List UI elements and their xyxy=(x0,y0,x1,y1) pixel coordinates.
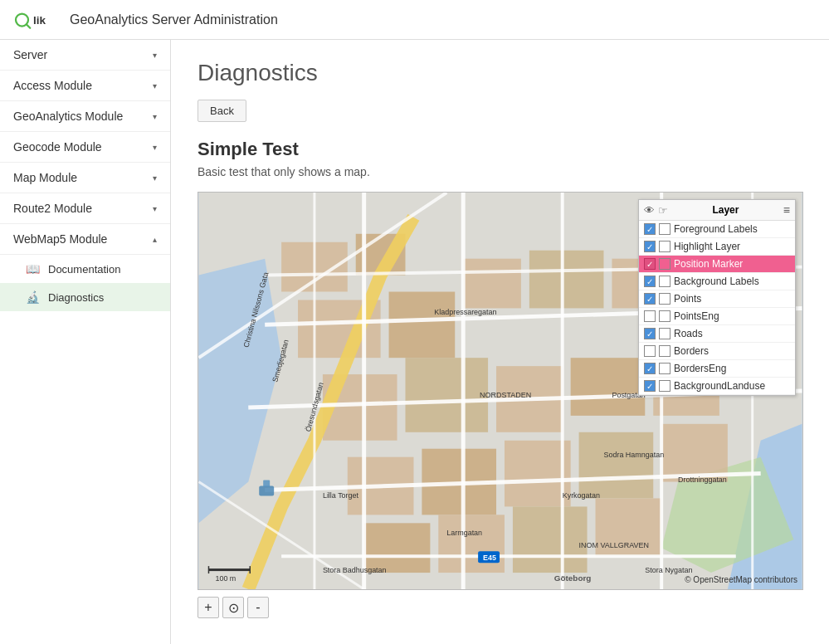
svg-rect-12 xyxy=(463,259,521,309)
header: lik GeoAnalytics Server Administration xyxy=(0,0,829,40)
sidebar-item-map-label: Map Module xyxy=(13,171,77,184)
layer-checkbox-roads[interactable] xyxy=(644,328,656,339)
layer-square-borders xyxy=(659,345,671,357)
sidebar-sub-item-documentation[interactable]: 📖 Documentation xyxy=(0,255,170,283)
main-content: Diagnostics Back Simple Test Basic test … xyxy=(171,40,829,644)
map-container[interactable]: Christina Nilssons Gata Smedjegatan Öres… xyxy=(197,192,803,590)
svg-text:Sodra Hamngatan: Sodra Hamngatan xyxy=(603,451,664,459)
pointer-icon: ☞ xyxy=(658,204,668,217)
app-logo: lik GeoAnalytics Server Administration xyxy=(13,8,278,32)
layer-panel-title: Layer xyxy=(668,204,783,216)
location-icon: ⊙ xyxy=(228,600,239,616)
sidebar-item-access-module-label: Access Module xyxy=(13,79,92,92)
sidebar-item-webmap5-label: WebMap5 Module xyxy=(13,232,107,246)
svg-rect-17 xyxy=(405,358,488,432)
layer-name-borders-eng: BordersEng xyxy=(674,363,790,374)
location-button[interactable]: ⊙ xyxy=(222,597,244,618)
sidebar-item-geoanalytics-module[interactable]: GeoAnalytics Module ▾ xyxy=(0,101,170,132)
sidebar-sub-item-diagnostics[interactable]: 🔬 Diagnostics xyxy=(0,283,170,311)
page-title: Diagnostics xyxy=(197,60,802,86)
svg-rect-68 xyxy=(263,481,270,487)
layer-name-points: Points xyxy=(674,293,790,305)
svg-rect-29 xyxy=(513,506,588,573)
svg-text:Kyrkogatan: Kyrkogatan xyxy=(563,491,600,500)
layer-checkbox-points[interactable] xyxy=(644,293,656,305)
layer-checkbox-background-landuse[interactable] xyxy=(644,380,656,392)
chevron-down-icon: ▾ xyxy=(153,173,157,183)
sidebar-item-route2-module[interactable]: Route2 Module ▾ xyxy=(0,193,170,224)
svg-text:INOM VALLGRAVEN: INOM VALLGRAVEN xyxy=(579,541,649,549)
chevron-up-icon: ▴ xyxy=(153,235,157,244)
layer-row-roads[interactable]: Roads xyxy=(639,325,795,343)
app-title: GeoAnalytics Server Administration xyxy=(70,12,278,27)
svg-line-1 xyxy=(27,24,31,28)
svg-rect-25 xyxy=(579,432,654,499)
sidebar-item-server-label: Server xyxy=(13,48,47,61)
sidebar: Server ▾ Access Module ▾ GeoAnalytics Mo… xyxy=(0,40,171,644)
chevron-down-icon: ▾ xyxy=(153,51,157,60)
sidebar-item-webmap5-module[interactable]: WebMap5 Module ▴ xyxy=(0,224,170,255)
svg-text:Larmgatan: Larmgatan xyxy=(446,529,482,537)
svg-text:Lilla Torget: Lilla Torget xyxy=(323,491,359,500)
layer-row-borders[interactable]: Borders xyxy=(639,343,795,360)
layer-checkbox-highlight-layer[interactable] xyxy=(644,241,656,252)
map-controls: + ⊙ - xyxy=(197,597,802,618)
main-layout: Server ▾ Access Module ▾ GeoAnalytics Mo… xyxy=(0,40,829,644)
svg-text:Drottninggatan: Drottninggatan xyxy=(678,476,727,484)
layer-row-points[interactable]: Points xyxy=(639,290,795,308)
map-attribution: © OpenStreetMap contributors xyxy=(685,575,797,584)
sidebar-sub-documentation-label: Documentation xyxy=(48,263,120,276)
sidebar-item-map-module[interactable]: Map Module ▾ xyxy=(0,163,170,193)
layer-row-foreground-labels[interactable]: Foreground Labels xyxy=(639,221,795,238)
layer-panel-header-icons: 👁 ☞ xyxy=(644,204,668,217)
flask-icon: 🔬 xyxy=(25,290,40,305)
sidebar-item-geocode-module[interactable]: Geocode Module ▾ xyxy=(0,132,170,163)
layer-name-foreground-labels: Foreground Labels xyxy=(674,223,790,235)
layer-checkbox-background-labels[interactable] xyxy=(644,276,656,287)
zoom-in-button[interactable]: + xyxy=(197,597,219,618)
sidebar-item-access-module[interactable]: Access Module ▾ xyxy=(0,71,170,101)
sidebar-item-geoanalytics-label: GeoAnalytics Module xyxy=(13,110,123,123)
sidebar-item-server[interactable]: Server ▾ xyxy=(0,40,170,71)
layer-panel-menu-icon[interactable]: ≡ xyxy=(783,203,790,217)
chevron-down-icon: ▾ xyxy=(153,143,157,152)
chevron-down-icon: ▾ xyxy=(153,81,157,90)
layer-square-borders-eng xyxy=(659,363,671,374)
svg-rect-13 xyxy=(529,251,604,309)
chevron-down-icon: ▾ xyxy=(153,112,157,121)
back-button[interactable]: Back xyxy=(197,100,246,122)
zoom-out-button[interactable]: - xyxy=(247,597,269,618)
layer-checkbox-foreground-labels[interactable] xyxy=(644,223,656,235)
eye-icon: 👁 xyxy=(644,204,655,217)
layer-row-background-labels[interactable]: Background Labels xyxy=(639,273,795,290)
layer-checkbox-borders-eng[interactable] xyxy=(644,363,656,374)
layer-checkbox-points-eng[interactable] xyxy=(644,310,656,322)
layer-square-points-eng xyxy=(659,310,671,322)
sidebar-sub-diagnostics-label: Diagnostics xyxy=(48,291,104,304)
layer-square-roads xyxy=(659,328,671,339)
layer-row-highlight-layer[interactable]: Highlight Layer xyxy=(639,238,795,256)
svg-rect-19 xyxy=(571,358,646,416)
svg-rect-28 xyxy=(438,515,505,573)
layer-name-background-labels: Background Labels xyxy=(674,276,790,287)
layer-name-roads: Roads xyxy=(674,328,790,339)
layer-panel: 👁 ☞ Layer ≡ Foreground Labels Highlig xyxy=(638,199,796,396)
svg-text:NORDSTADEN: NORDSTADEN xyxy=(480,391,531,399)
layer-row-position-marker[interactable]: Position Marker xyxy=(639,256,795,273)
sidebar-item-route2-label: Route2 Module xyxy=(13,202,92,215)
svg-text:Stora Nygatan: Stora Nygatan xyxy=(645,566,692,574)
layer-row-borders-eng[interactable]: BordersEng xyxy=(639,360,795,378)
layer-square-points xyxy=(659,293,671,305)
chevron-down-icon: ▾ xyxy=(153,204,157,213)
layer-checkbox-position-marker[interactable] xyxy=(644,258,656,270)
layer-row-background-landuse[interactable]: BackgroundLanduse xyxy=(639,378,795,395)
section-title: Simple Test xyxy=(197,139,802,160)
layer-square-highlight-layer xyxy=(659,241,671,252)
layer-row-points-eng[interactable]: PointsEng xyxy=(639,308,795,325)
layer-name-points-eng: PointsEng xyxy=(674,310,790,322)
svg-text:Stora Badhusgatan: Stora Badhusgatan xyxy=(323,566,387,574)
layer-panel-header: 👁 ☞ Layer ≡ xyxy=(639,200,795,221)
section-description: Basic test that only shows a map. xyxy=(197,165,802,178)
layer-square-position-marker xyxy=(659,258,671,270)
layer-checkbox-borders[interactable] xyxy=(644,345,656,357)
